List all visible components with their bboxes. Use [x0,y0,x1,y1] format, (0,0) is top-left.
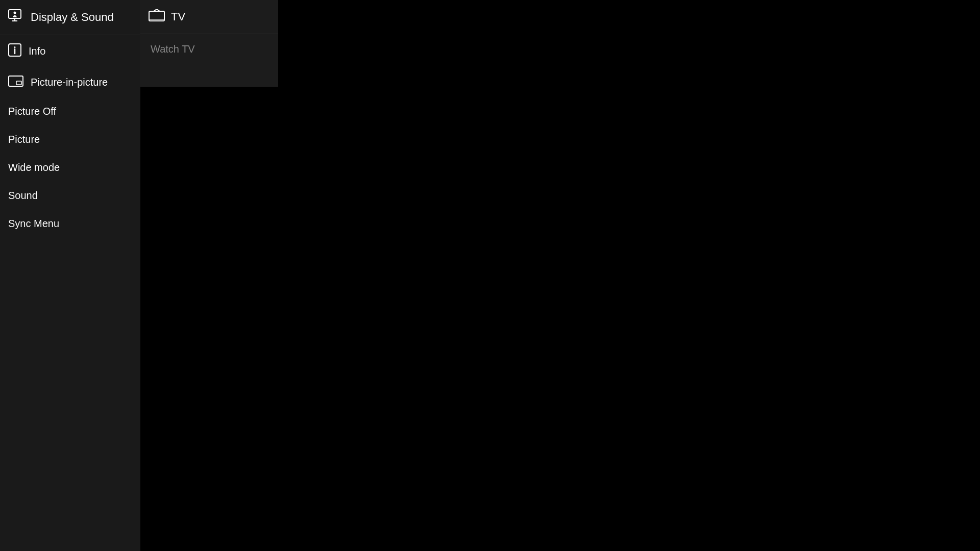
content-panel-header-label: TV [171,10,185,23]
svg-rect-8 [16,81,21,85]
display-sound-icon [8,9,23,26]
sidebar-item-sync-menu[interactable]: Sync Menu [0,210,140,238]
info-icon [8,43,21,59]
content-panel: TV Watch TV [140,0,278,87]
tv-icon [149,9,165,24]
sidebar-item-sync-menu-label: Sync Menu [8,218,59,230]
main-content [278,0,980,551]
pip-icon [8,76,23,89]
sidebar-item-info-label: Info [29,45,45,57]
content-item-watch-tv-label: Watch TV [151,43,195,55]
sidebar-item-wide-mode-label: Wide mode [8,162,60,173]
sidebar-item-wide-mode[interactable]: Wide mode [0,154,140,182]
sidebar-item-pip-label: Picture-in-picture [31,77,108,88]
sidebar-item-info[interactable]: Info [0,35,140,67]
sidebar-item-picture-label: Picture [8,134,40,145]
svg-point-3 [14,12,16,14]
sidebar-item-sound-label: Sound [8,190,38,202]
sidebar-item-sound[interactable]: Sound [0,182,140,210]
sidebar: Display & Sound Info Picture-in-picture … [0,0,140,551]
content-panel-header: TV [140,0,278,34]
svg-point-6 [14,46,16,48]
content-item-watch-tv[interactable]: Watch TV [140,34,278,64]
sidebar-item-pip[interactable]: Picture-in-picture [0,67,140,97]
sidebar-header[interactable]: Display & Sound [0,0,140,35]
sidebar-item-picture[interactable]: Picture [0,126,140,154]
sidebar-header-label: Display & Sound [31,11,114,24]
sidebar-item-picture-off[interactable]: Picture Off [0,97,140,126]
sidebar-item-picture-off-label: Picture Off [8,106,56,117]
